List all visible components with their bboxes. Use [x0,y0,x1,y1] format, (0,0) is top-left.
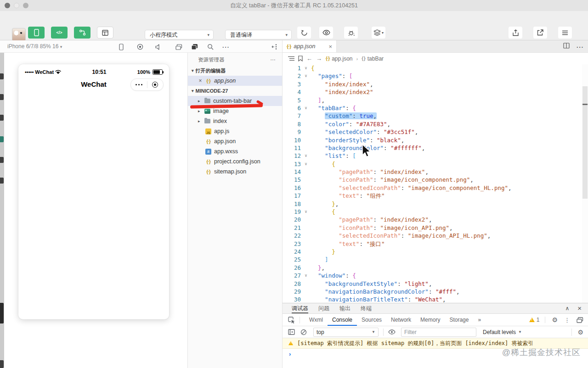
code-line: 6 ∨ "tabBar": { [283,104,582,112]
devtools-tab-Memory[interactable]: Memory [416,314,445,326]
tree-item-app.js[interactable]: JSapp.js [188,126,282,136]
back-icon[interactable]: ← [306,55,312,62]
panel-tab-终端[interactable]: 终端 [361,303,372,313]
capsule-more-button[interactable] [131,79,147,90]
more-icon[interactable]: ⋯ [222,43,229,50]
eye-icon[interactable] [388,329,396,335]
clear-cache-icon [373,29,381,36]
windows-icon[interactable] [175,43,182,50]
breadcrumb-file[interactable]: {·} app.json [326,56,353,62]
fold-icon[interactable]: ∨ [301,272,311,279]
gutter [301,96,311,104]
log-levels-dropdown[interactable]: Default levels ▼ [483,329,522,335]
fold-icon[interactable]: ∨ [301,104,311,112]
context-dropdown[interactable]: top ▼ [313,328,379,337]
gutter [301,88,311,96]
file-tree: ▾打开的编辑器×{·}app.json▾MINICODE-27▸custom-t… [188,66,282,177]
settings-gear-icon[interactable]: ⚙ [552,316,558,323]
fold-icon[interactable]: ∨ [301,72,311,80]
tree-item-app.json[interactable]: ×{·}app.json [188,76,282,86]
code-area[interactable]: 1 ∨ { 2 ∨ "pages": [ 3 "index/index", 4 … [283,64,582,303]
devtools-tab-Wxml[interactable]: Wxml [305,314,328,326]
main-toolbar: 模拟器 </> 编辑器 调试器 可视化 小程序模式 ▾ 普通编译 ▾ 编译 预览… [0,11,588,40]
minimize-window-button[interactable] [14,3,19,8]
details-icon [562,30,568,35]
tree-section-header[interactable]: ▾打开的编辑器 [188,66,282,76]
collapse-icon[interactable]: ∧ [565,303,569,313]
close-window-button[interactable] [5,3,10,8]
tree-item-app.wxss[interactable]: Sapp.wxss [188,146,282,156]
tree-item-app.json[interactable]: {·}app.json [188,136,282,146]
tab-app-json[interactable]: {·} app.json × [283,40,337,52]
traffic-lights [5,3,28,8]
outline-icon[interactable] [288,56,294,61]
phone-nav-bar: WeChat [18,78,169,91]
editor-scrollbar[interactable] [582,64,588,303]
gutter [301,280,311,288]
close-icon[interactable]: × [198,78,203,84]
devtools-tab-Storage[interactable]: Storage [445,314,473,326]
devtools-tab-Console[interactable]: Console [328,314,357,326]
panel-tab-输出[interactable]: 输出 [339,303,351,313]
split-editor-icon[interactable] [563,43,570,51]
panel-tab-问题[interactable]: 问题 [318,303,329,313]
warning-count: 1 [537,317,540,323]
clear-console-icon[interactable] [300,329,307,335]
debugger-panel: 调试器问题输出终端 ∧ × WxmlConsoleSourcesNetworkM… [282,303,588,368]
bookmark-icon[interactable] [298,56,303,61]
breadcrumb-symbol[interactable]: { } tabBar [362,56,384,62]
fold-icon[interactable]: ∨ [301,208,311,216]
console-prompt-icon: › [289,351,291,357]
close-tab-icon[interactable]: × [328,43,332,50]
code-line: 15 "iconPath": "image/icon_component.png… [283,176,582,184]
device-selector[interactable]: iPhone 6/7/8 85% 16 ▾ [7,40,62,53]
more-icon[interactable]: ⋯ [271,54,276,66]
warning-badge[interactable]: 1 [529,317,546,323]
capsule-menu [130,78,164,91]
scrollbar-thumb[interactable] [582,86,588,199]
chevron-right-icon: ▸ [198,119,202,123]
copy-window-icon[interactable] [191,43,198,50]
console-settings-icon[interactable]: ⚙ [577,329,583,336]
tree-section-header[interactable]: ▾MINICODE-27 [188,86,282,96]
kebab-menu-icon[interactable]: ⋮ [564,317,570,323]
console-sidebar-icon[interactable] [288,329,295,335]
user-avatar[interactable] [12,28,26,42]
compile-icon [301,29,308,36]
tree-item-project.config.json[interactable]: {·}project.config.json [188,156,282,167]
collapse-panel-icon[interactable] [271,43,278,50]
warning-icon [288,341,293,346]
search-icon[interactable] [207,43,214,50]
compile-mode-value: 普通编译 [230,32,252,38]
devtools-tab-»[interactable]: » [473,314,486,326]
inspect-element-icon[interactable] [288,317,300,323]
popout-icon[interactable] [577,317,583,323]
device-frame-icon[interactable] [118,43,125,50]
code-line: 8 "color": "#7A7E83", [283,120,582,128]
target-icon [152,82,158,88]
devtools-tab-Network[interactable]: Network [386,314,416,326]
program-mode-dropdown[interactable]: 小程序模式 ▾ [145,30,214,39]
fold-icon[interactable]: ∨ [301,64,311,72]
tree-item-index[interactable]: ▸index [188,116,282,126]
filter-input[interactable] [401,328,476,337]
record-icon[interactable] [136,43,144,50]
compile-mode-dropdown[interactable]: 普通编译 ▾ [225,30,292,39]
more-icon[interactable]: ⋯ [576,43,583,51]
fold-icon[interactable]: ∨ [301,152,311,160]
panel-tab-调试器[interactable]: 调试器 [292,303,308,313]
tree-item-sitemap.json[interactable]: {·}sitemap.json [188,167,282,177]
devtools-tab-Sources[interactable]: Sources [357,314,386,326]
forward-icon[interactable]: → [316,55,322,62]
explorer-header: 资源管理器 ⋯ [188,53,282,66]
chevron-down-icon: ▾ [207,30,209,40]
phone-mockup[interactable]: ••••• WeChat 10:51 100% WeChat [18,64,169,319]
capsule-home-button[interactable] [147,79,164,90]
close-icon[interactable]: × [577,303,582,313]
overview-ruler-marker [582,104,588,105]
editor-tab-bar: {·} app.json × ⋯ [283,40,588,53]
mute-icon[interactable] [154,43,162,50]
zoom-window-button[interactable] [23,3,28,8]
code-line: 12 ∨ "list": [ [283,152,582,160]
fold-icon[interactable]: ∨ [301,160,311,168]
